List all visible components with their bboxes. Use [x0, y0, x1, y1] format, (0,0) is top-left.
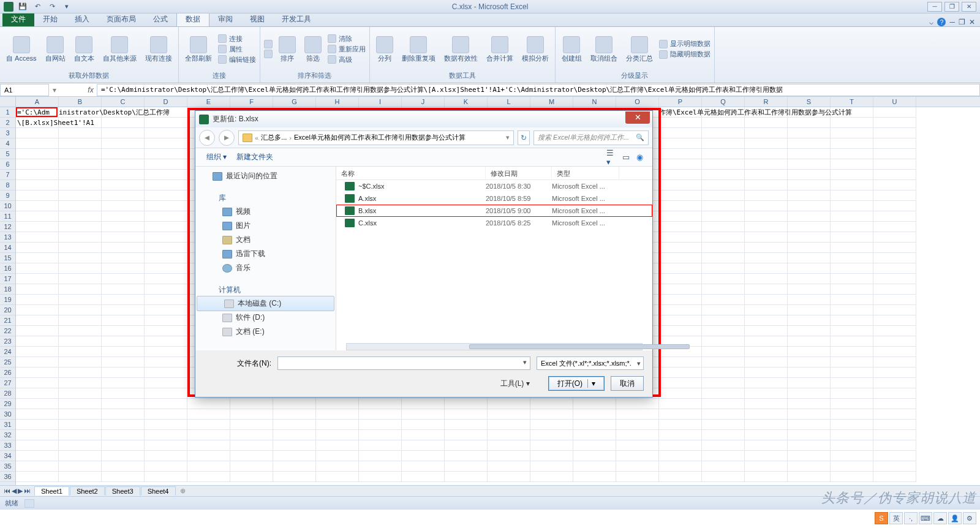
breadcrumb-bar[interactable]: « 汇总多... › Excel单元格如何跨工作表和工作簿引用数据参与公式计算 …	[238, 130, 514, 145]
open-split-dropdown-icon[interactable]: ▾	[587, 379, 595, 388]
qat-customize-icon[interactable]: ▾	[61, 1, 72, 12]
btn-from-text[interactable]: 自文本	[72, 36, 97, 62]
ime-lang-icon[interactable]: 英	[889, 512, 903, 524]
row-header-35[interactable]: 35	[0, 461, 15, 472]
row-header-15[interactable]: 15	[0, 253, 15, 263]
row-header-17[interactable]: 17	[0, 274, 15, 284]
file-row[interactable]: C.xlsx 2018/10/5 8:25 Microsoft Excel ..…	[336, 217, 652, 229]
col-header-Q[interactable]: Q	[702, 97, 745, 107]
col-header-O[interactable]: O	[616, 97, 659, 107]
file-list-scrollbar[interactable]	[346, 343, 643, 350]
col-header-S[interactable]: S	[788, 97, 831, 107]
tab-data[interactable]: 数据	[176, 12, 209, 26]
row-header-3[interactable]: 3	[0, 128, 15, 138]
btn-from-web[interactable]: 自网站	[43, 36, 68, 62]
row-header-10[interactable]: 10	[0, 201, 15, 211]
sidebar-xunlei[interactable]: 迅雷下载	[195, 247, 336, 261]
tab-developer[interactable]: 开发工具	[273, 12, 320, 26]
row-header-25[interactable]: 25	[0, 357, 15, 368]
col-header-I[interactable]: I	[359, 97, 402, 107]
sheet-tab-sheet2[interactable]: Sheet2	[70, 486, 105, 496]
btn-from-access[interactable]: 自 Access	[4, 36, 39, 62]
sidebar-drive-e[interactable]: 文档 (E:)	[195, 325, 336, 339]
tab-home[interactable]: 开始	[34, 12, 66, 26]
row-header-36[interactable]: 36	[0, 472, 15, 482]
col-header-J[interactable]: J	[402, 97, 445, 107]
window-restore-button[interactable]: ❐	[944, 2, 959, 12]
col-header-A[interactable]: A	[16, 97, 59, 107]
btn-subtotal[interactable]: 分类汇总	[624, 36, 655, 62]
tab-page-layout[interactable]: 页面布局	[98, 12, 145, 26]
sheet-tab-sheet3[interactable]: Sheet3	[105, 486, 140, 496]
doc-close-icon[interactable]: ✕	[969, 18, 975, 26]
ime-kbd-icon[interactable]: ⌨	[919, 512, 932, 524]
col-header-name[interactable]: 名称	[336, 167, 486, 179]
dialog-close-button[interactable]: ✕	[625, 111, 650, 124]
btn-properties[interactable]: 属性	[218, 45, 256, 54]
row-header-11[interactable]: 11	[0, 211, 15, 222]
ime-punct-icon[interactable]: ·,	[904, 512, 918, 524]
btn-hide-detail[interactable]: 隐藏明细数据	[659, 50, 710, 59]
row-header-34[interactable]: 34	[0, 451, 15, 461]
row-header-28[interactable]: 28	[0, 388, 15, 399]
btn-from-other[interactable]: 自其他来源	[100, 36, 139, 62]
btn-sort-za[interactable]	[264, 50, 273, 58]
window-close-button[interactable]: ✕	[962, 2, 976, 12]
sidebar-computer[interactable]: 计算机	[195, 281, 336, 296]
sheet-nav-first-icon[interactable]: ⏮	[4, 487, 10, 495]
btn-whatif[interactable]: 模拟分析	[519, 36, 551, 62]
qat-redo-icon[interactable]: ↷	[47, 1, 58, 12]
breadcrumb-item-2[interactable]: Excel单元格如何跨工作表和工作簿引用数据参与公式计算	[294, 133, 466, 142]
row-header-2[interactable]: 2	[0, 118, 15, 128]
cancel-button[interactable]: 取消	[611, 376, 644, 391]
row-header-16[interactable]: 16	[0, 263, 15, 274]
btn-filter[interactable]: 筛选	[302, 36, 324, 62]
col-header-D[interactable]: D	[145, 97, 187, 107]
btn-sort-az[interactable]	[264, 40, 273, 48]
row-header-18[interactable]: 18	[0, 284, 15, 295]
file-list[interactable]: 名称 修改日期 类型 ~$C.xlsx 2018/10/5 8:30 Micro…	[336, 167, 652, 350]
help-icon[interactable]: ?	[937, 18, 946, 26]
open-button[interactable]: 打开(O)▾	[548, 376, 605, 391]
col-header-T[interactable]: T	[831, 97, 873, 107]
row-header-33[interactable]: 33	[0, 440, 15, 451]
row-header-27[interactable]: 27	[0, 378, 15, 388]
row-header-9[interactable]: 9	[0, 190, 15, 201]
row-header-23[interactable]: 23	[0, 336, 15, 347]
tab-file[interactable]: 文件	[2, 12, 34, 26]
row-header-6[interactable]: 6	[0, 159, 15, 170]
view-mode-icon[interactable]: ☰ ▾	[606, 151, 619, 164]
row-header-20[interactable]: 20	[0, 305, 15, 315]
dialog-search-input[interactable]: 搜索 Excel单元格如何跨工作... 🔍	[533, 130, 649, 145]
col-header-N[interactable]: N	[573, 97, 616, 107]
sheet-tab-sheet1[interactable]: Sheet1	[34, 486, 69, 496]
row-header-8[interactable]: 8	[0, 180, 15, 190]
col-header-L[interactable]: L	[488, 97, 530, 107]
row-header-5[interactable]: 5	[0, 149, 15, 159]
formula-input[interactable]: ='C:\Administrator\Desktop\汇总工作簿\Excel单元…	[97, 84, 980, 96]
select-all-corner[interactable]	[0, 97, 15, 107]
ime-settings-icon[interactable]: ⚙	[963, 512, 976, 524]
tab-formulas[interactable]: 公式	[145, 12, 176, 26]
dialog-sidebar[interactable]: 最近访问的位置 库 视频 图片 文档 迅雷下载 音乐 计算机 本地磁盘 (C:)…	[195, 167, 336, 350]
preview-pane-icon[interactable]: ▭	[619, 151, 633, 164]
sidebar-drive-d[interactable]: 软件 (D:)	[195, 311, 336, 325]
sidebar-recent[interactable]: 最近访问的位置	[195, 169, 336, 183]
tools-dropdown[interactable]: 工具(L) ▾	[500, 379, 530, 389]
btn-show-detail[interactable]: 显示明细数据	[659, 39, 710, 48]
col-header-M[interactable]: M	[530, 97, 573, 107]
btn-data-validation[interactable]: 数据有效性	[442, 36, 480, 62]
dialog-titlebar[interactable]: 更新值: B.xlsx ✕	[195, 111, 652, 127]
btn-advanced-filter[interactable]: 高级	[328, 55, 366, 64]
fx-icon[interactable]: fx	[85, 86, 97, 94]
window-minimize-button[interactable]: ─	[927, 2, 942, 12]
row-header-32[interactable]: 32	[0, 430, 15, 440]
row-header-14[interactable]: 14	[0, 243, 15, 253]
nav-forward-button[interactable]: ►	[219, 130, 235, 146]
breadcrumb-item-1[interactable]: 汇总多...	[261, 133, 287, 142]
file-row[interactable]: B.xlsx 2018/10/5 9:00 Microsoft Excel ..…	[336, 205, 652, 217]
row-header-19[interactable]: 19	[0, 295, 15, 305]
row-header-1[interactable]: 1	[0, 107, 15, 118]
name-box-dropdown-icon[interactable]: ▾	[49, 86, 60, 94]
qat-save-icon[interactable]: 💾	[17, 1, 28, 12]
